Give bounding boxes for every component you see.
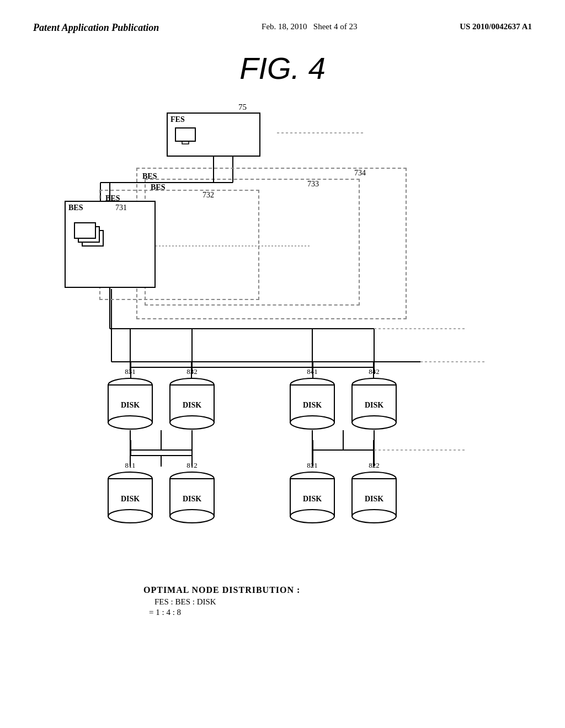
svg-rect-17 (175, 128, 195, 141)
figure-title: FIG. 4 (0, 50, 565, 86)
disk822-container: 822 DISK (350, 461, 398, 526)
svg-point-73 (170, 510, 214, 523)
disk822-icon: DISK (350, 471, 398, 526)
disk842-icon: DISK (350, 377, 398, 432)
header-sheet: Sheet 4 of 23 (313, 22, 358, 31)
svg-text:DISK: DISK (183, 401, 201, 409)
fes-number: 75 (238, 103, 247, 112)
svg-text:DISK: DISK (303, 401, 322, 409)
disk841-container: 841 DISK (288, 367, 337, 432)
disk812-icon: DISK (168, 471, 216, 526)
svg-point-29 (170, 416, 214, 429)
svg-text:DISK: DISK (121, 401, 140, 409)
fes-box: FES (167, 113, 260, 157)
optimal-ratio: = 1 : 4 : 8 (149, 608, 565, 617)
papers-icon (70, 217, 114, 255)
disk831-container: 831 DISK (106, 367, 154, 432)
page: Patent Application Publication Feb. 18, … (0, 0, 565, 728)
bes731-box: BES (65, 201, 156, 288)
optimal-title: OPTIMAL NODE DISTRIBUTION : (143, 585, 565, 595)
optimal-section: OPTIMAL NODE DISTRIBUTION : FES : BES : … (0, 585, 565, 617)
svg-point-81 (352, 510, 396, 523)
disk812-container: 812 DISK (168, 461, 216, 526)
svg-rect-21 (74, 223, 95, 238)
svg-text:DISK: DISK (365, 401, 383, 409)
svg-point-77 (290, 510, 334, 523)
disk841-number: 841 (307, 367, 318, 376)
header-date: Feb. 18, 2010 (262, 22, 307, 31)
fes-label: FES (168, 114, 259, 126)
disk842-container: 842 DISK (350, 367, 398, 432)
svg-text:DISK: DISK (365, 495, 383, 503)
disk811-icon: DISK (106, 471, 154, 526)
disk822-number: 822 (369, 461, 380, 470)
disk811-number: 811 (125, 461, 135, 470)
disk832-container: 832 DISK (168, 367, 216, 432)
header: Patent Application Publication Feb. 18, … (0, 0, 565, 34)
svg-text:DISK: DISK (303, 495, 322, 503)
disk841-icon: DISK (288, 377, 337, 432)
disk842-number: 842 (369, 367, 380, 376)
disk832-icon: DISK (168, 377, 216, 432)
disk831-number: 831 (125, 367, 136, 376)
svg-text:DISK: DISK (121, 495, 140, 503)
optimal-detail: FES : BES : DISK (154, 597, 565, 607)
bes732-number: 732 (202, 191, 214, 200)
disk821-icon: DISK (288, 471, 337, 526)
disk811-container: 811 DISK (106, 461, 154, 526)
svg-rect-18 (182, 141, 189, 144)
svg-point-69 (108, 510, 152, 523)
disk831-icon: DISK (106, 377, 154, 432)
disk821-number: 821 (307, 461, 318, 470)
bes733-number: 733 (307, 180, 319, 189)
publication-label: Patent Application Publication (33, 22, 159, 34)
svg-point-25 (108, 416, 152, 429)
diagram: 75 FES BES 734 BES 733 BES 732 (34, 97, 531, 582)
disk812-number: 812 (186, 461, 198, 470)
disk821-container: 821 DISK (288, 461, 337, 526)
bes731-number: 731 (115, 204, 127, 212)
patent-number: US 2010/0042637 A1 (460, 22, 532, 31)
bes731-label: BES (66, 202, 154, 214)
svg-text:DISK: DISK (183, 495, 201, 503)
svg-point-33 (290, 416, 334, 429)
monitor-icon (174, 127, 199, 146)
header-date-sheet: Feb. 18, 2010 Sheet 4 of 23 (262, 22, 357, 31)
bes734-number: 734 (354, 169, 366, 178)
disk832-number: 832 (186, 367, 198, 376)
svg-point-37 (352, 416, 396, 429)
